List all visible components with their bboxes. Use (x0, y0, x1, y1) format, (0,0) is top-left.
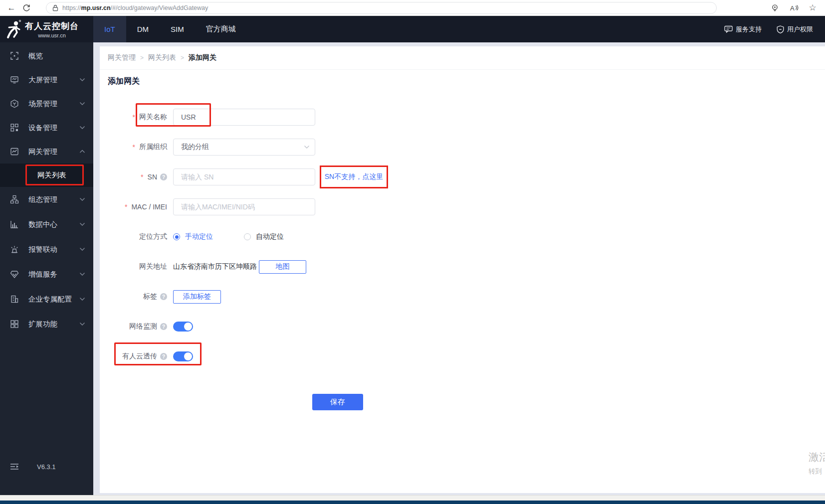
chevron-down-icon (79, 322, 85, 326)
sidebar-item-data-center[interactable]: 数据中心 (0, 212, 93, 237)
network-monitor-toggle[interactable] (173, 322, 193, 332)
sn-hint-annotation-box: SN不支持，点这里 (320, 166, 388, 188)
locate-icon[interactable] (767, 2, 782, 14)
sidebar-item-overview[interactable]: 概览 (0, 44, 93, 68)
scene-icon (10, 99, 19, 108)
organization-label: *所属组织 (108, 143, 173, 152)
location-mode-row: 定位方式 手动定位 自动定位 (108, 228, 825, 245)
page-root: ← https://mp.usr.cn/#/cloud/gateway/View… (0, 0, 825, 504)
sidebar-collapse-icon[interactable] (10, 463, 19, 470)
network-monitor-help-icon[interactable]: ? (160, 323, 167, 330)
lock-icon (52, 4, 58, 11)
chevron-down-icon (304, 145, 310, 149)
chevron-down-icon (79, 247, 85, 251)
map-button[interactable]: 地图 (259, 260, 306, 274)
sn-input[interactable] (173, 168, 315, 185)
tab-official-store[interactable]: 官方商城 (195, 16, 247, 42)
breadcrumb: 网关管理 > 网关列表 > 添加网关 (100, 46, 825, 70)
breadcrumb-gateway-management[interactable]: 网关管理 (108, 53, 136, 62)
main-background: 网关管理 > 网关列表 > 添加网关 添加网关 *网关名称 *所属组织 我的分组 (93, 42, 825, 495)
cloud-passthrough-help-icon[interactable]: ? (160, 353, 167, 360)
favorite-star-icon[interactable]: ☆ (805, 2, 820, 14)
breadcrumb-gateway-list[interactable]: 网关列表 (148, 53, 176, 62)
url-text: https://mp.usr.cn/#/cloud/gateway/ViewAd… (62, 4, 208, 11)
brand-logo[interactable]: 有人云控制台 www.usr.cn (0, 16, 93, 42)
manual-location-radio-label[interactable]: 手动定位 (185, 232, 213, 241)
cloud-passthrough-label: 有人云透传? (108, 352, 173, 361)
mac-imei-row: *MAC / IMEI (108, 198, 825, 215)
save-row: 保存 (108, 393, 825, 410)
save-button[interactable]: 保存 (312, 394, 363, 410)
manual-location-radio[interactable] (173, 233, 180, 240)
location-mode-label: 定位方式 (108, 232, 173, 241)
mac-imei-label: *MAC / IMEI (108, 203, 173, 211)
tags-help-icon[interactable]: ? (160, 293, 167, 300)
sidebar-subitem-gateway-list[interactable]: 网关列表 (0, 164, 93, 187)
gateway-address-value: 山东省济南市历下区坤顺路 (173, 262, 257, 271)
gateway-address-label: 网关地址 (108, 262, 173, 271)
sidebar-item-enterprise-config[interactable]: 企业专属配置 (0, 287, 93, 312)
chevron-down-icon (79, 222, 85, 226)
gateway-name-row: *网关名称 (108, 109, 825, 126)
gateway-address-row: 网关地址 山东省济南市历下区坤顺路 地图 (108, 258, 825, 275)
gem-icon (10, 270, 19, 279)
auto-location-radio-label[interactable]: 自动定位 (256, 232, 284, 241)
network-monitor-label: 网络监测? (108, 322, 173, 331)
sidebar-item-configuration-management[interactable]: 组态管理 (0, 187, 93, 212)
app-header: 有人云控制台 www.usr.cn IoT DM SIM 官方商城 服务支持 用… (0, 16, 825, 42)
user-permission-button[interactable]: 用户权限 (777, 25, 813, 34)
sidebar-item-scene-management[interactable]: 场景管理 (0, 92, 93, 116)
chevron-down-icon (79, 197, 85, 201)
sidebar-item-gateway-management[interactable]: 网关管理 (0, 140, 93, 164)
tags-label: 标签? (108, 292, 173, 301)
cloud-passthrough-row: 有人云透传? (108, 348, 825, 365)
brand-subtitle: www.usr.cn (25, 32, 79, 38)
auto-location-radio[interactable] (244, 233, 251, 240)
sn-label: *SN? (108, 173, 173, 181)
sn-row: *SN? SN不支持，点这里 (108, 168, 825, 185)
gateway-name-input[interactable] (173, 109, 315, 126)
add-tag-button[interactable]: 添加标签 (173, 290, 221, 304)
network-monitor-row: 网络监测? (108, 318, 825, 335)
gateway-name-label: *网关名称 (108, 113, 173, 122)
breadcrumb-separator: > (181, 54, 184, 61)
sn-not-supported-link[interactable]: SN不支持，点这里 (325, 172, 383, 181)
sidebar-item-screen-management[interactable]: 大屏管理 (0, 68, 93, 92)
service-support-button[interactable]: 服务支持 (724, 25, 762, 34)
tab-dm[interactable]: DM (126, 16, 160, 42)
grid-icon (10, 320, 19, 329)
browser-back-icon[interactable]: ← (4, 2, 19, 14)
chevron-down-icon (79, 126, 85, 130)
breadcrumb-separator: > (140, 54, 144, 61)
gateway-icon (10, 147, 19, 156)
sidebar-item-extended-features[interactable]: 扩展功能 (0, 312, 93, 336)
window-bottom-edge (0, 495, 825, 501)
chat-bubble-icon (724, 25, 733, 33)
topology-icon (10, 195, 19, 204)
organization-select[interactable]: 我的分组 (173, 139, 315, 156)
overview-icon (10, 51, 19, 60)
chevron-up-icon (79, 150, 85, 154)
content-card: 网关管理 > 网关列表 > 添加网关 添加网关 *网关名称 *所属组织 我的分组 (100, 46, 825, 493)
cloud-passthrough-toggle[interactable] (173, 351, 193, 361)
screen-icon (10, 75, 19, 84)
tab-iot[interactable]: IoT (93, 16, 126, 42)
tab-sim[interactable]: SIM (160, 16, 195, 42)
sidebar-item-device-management[interactable]: 设备管理 (0, 116, 93, 140)
svg-text:A: A (790, 4, 795, 12)
browser-refresh-icon[interactable] (19, 2, 34, 14)
chevron-down-icon (79, 272, 85, 276)
brand-title: 有人云控制台 (25, 20, 79, 32)
sidebar-item-value-added-services[interactable]: 增值服务 (0, 262, 93, 287)
chevron-down-icon (79, 78, 85, 82)
tags-row: 标签? 添加标签 (108, 288, 825, 305)
mac-imei-input[interactable] (173, 198, 315, 215)
activation-watermark: 激活 转到 (809, 450, 825, 476)
sidebar-item-alarm-linkage[interactable]: 报警联动 (0, 237, 93, 262)
address-bar[interactable]: https://mp.usr.cn/#/cloud/gateway/ViewAd… (46, 2, 717, 14)
sn-help-icon[interactable]: ? (160, 173, 167, 180)
read-aloud-icon[interactable]: A (786, 2, 801, 14)
page-title: 添加网关 (108, 76, 825, 87)
building-icon (10, 295, 19, 304)
header-nav-tabs: IoT DM SIM 官方商城 (93, 16, 247, 42)
